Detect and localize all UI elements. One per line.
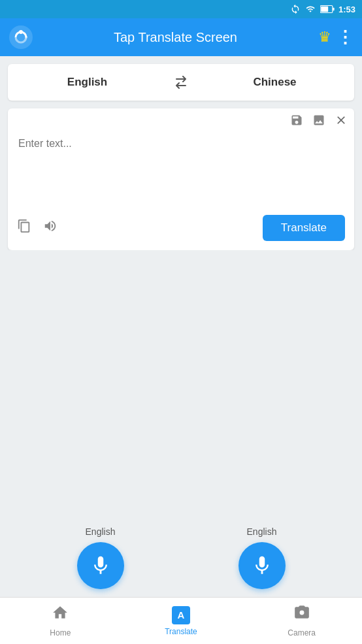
nav-home-label: Home: [50, 628, 71, 637]
svg-point-4: [19, 30, 23, 34]
right-mic-label: English: [247, 526, 277, 537]
image-icon[interactable]: [312, 114, 325, 130]
svg-rect-1: [333, 8, 334, 11]
app-logo: [9, 25, 33, 49]
status-bar: 1:53: [0, 0, 362, 18]
crown-icon[interactable]: ♛: [318, 29, 331, 46]
bottom-left-icons: [17, 219, 58, 237]
bottom-nav: Home A Translate Camera: [0, 597, 362, 644]
left-mic-label: English: [86, 526, 116, 537]
text-area-bottom: Translate: [8, 208, 354, 250]
content-area: [0, 250, 362, 517]
right-mic-button[interactable]: [239, 542, 286, 589]
svg-point-3: [9, 25, 33, 49]
home-icon: [52, 604, 69, 626]
status-bar-icons: 1:53: [290, 4, 355, 14]
right-mic-section: English: [239, 526, 286, 589]
copy-icon[interactable]: [17, 219, 31, 237]
close-icon[interactable]: [335, 114, 348, 130]
left-mic-button[interactable]: [77, 542, 124, 589]
svg-point-5: [25, 36, 27, 39]
more-options-icon[interactable]: ⋮: [337, 27, 353, 48]
svg-rect-2: [321, 7, 328, 12]
nav-item-home[interactable]: Home: [0, 599, 121, 643]
source-language-button[interactable]: English: [8, 65, 167, 99]
save-icon[interactable]: [290, 114, 303, 130]
battery-icon: [320, 5, 335, 14]
nav-translate-label: Translate: [165, 627, 197, 636]
translate-nav-icon: A: [172, 606, 190, 624]
speaker-icon[interactable]: [43, 219, 58, 237]
target-language-button[interactable]: Chinese: [195, 65, 354, 99]
translate-button[interactable]: Translate: [263, 215, 345, 241]
nav-item-camera[interactable]: Camera: [241, 599, 362, 643]
mic-area: English English: [0, 517, 362, 597]
app-title: Tap Translate Screen: [33, 30, 318, 45]
language-selector: English Chinese: [8, 64, 354, 101]
nav-camera-label: Camera: [288, 628, 316, 637]
left-mic-section: English: [77, 526, 124, 589]
camera-icon: [293, 604, 310, 626]
nav-item-translate[interactable]: A Translate: [121, 601, 242, 641]
app-bar-actions: ♛ ⋮: [318, 27, 353, 48]
wifi-icon: [304, 5, 316, 14]
text-area-container: Translate: [8, 108, 354, 250]
text-area-toolbar: [8, 108, 354, 130]
time-display: 1:53: [338, 5, 355, 14]
swap-languages-button[interactable]: [167, 76, 195, 89]
app-bar: Tap Translate Screen ♛ ⋮: [0, 18, 362, 56]
text-input[interactable]: [8, 130, 354, 208]
sync-icon: [290, 4, 301, 14]
